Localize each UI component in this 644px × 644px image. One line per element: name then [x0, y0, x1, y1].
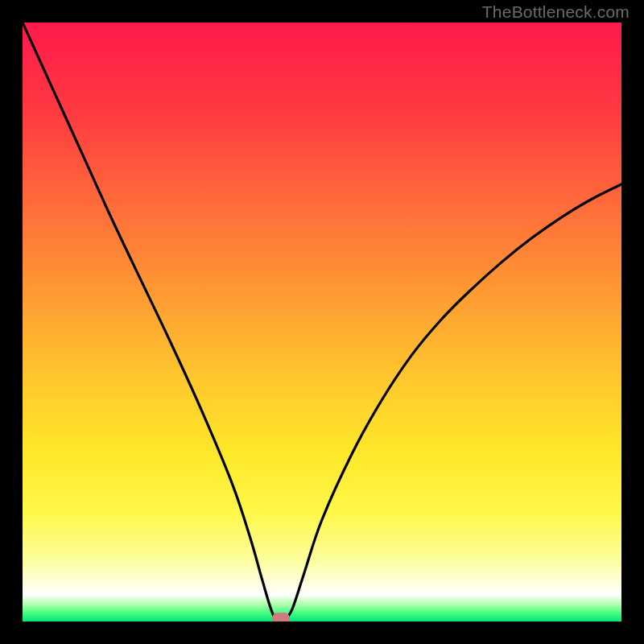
- watermark-label: TheBottleneck.com: [482, 2, 630, 22]
- gradient-background: [23, 23, 621, 621]
- optimal-point-marker: [272, 613, 290, 621]
- plot-area: [23, 23, 621, 621]
- chart-svg: [23, 23, 621, 621]
- chart-frame: TheBottleneck.com: [0, 0, 644, 644]
